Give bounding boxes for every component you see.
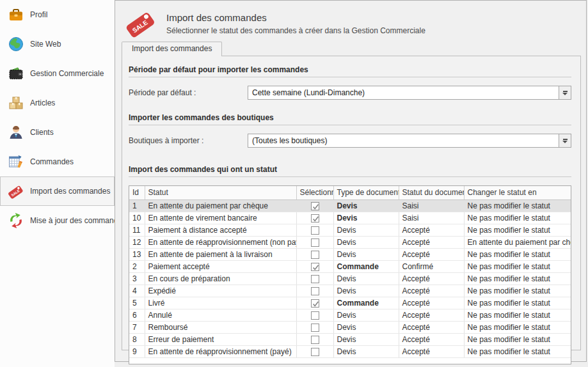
table-row[interactable]: 3En cours de préparationDevisAcceptéNe p… — [129, 272, 571, 285]
cell-changer-le-statut-en: Ne pas modifier le statut — [464, 345, 571, 357]
wallet-icon — [8, 65, 24, 82]
shops-label: Boutiques à importer : — [129, 136, 248, 145]
sidebar-item-site-web[interactable]: Site Web — [0, 29, 115, 59]
row-checkbox[interactable] — [311, 287, 319, 295]
cell-id: 4 — [129, 285, 145, 297]
row-checkbox[interactable] — [311, 263, 319, 271]
section-title-period: Période par défaut pour importer les com… — [129, 65, 571, 77]
cell-selectionne — [296, 285, 333, 297]
cell-statut: En attente de réapprovisionnement (payé) — [145, 345, 296, 357]
cell-statut: Paiement accepté — [145, 260, 296, 272]
globe-icon — [8, 36, 24, 52]
sidebar-item-articles[interactable]: Articles — [0, 88, 115, 118]
cell-selectionne — [296, 272, 333, 285]
cell-changer-le-statut-en: Ne pas modifier le statut — [464, 285, 571, 297]
cell-statut-du-document: Accepté — [399, 236, 464, 248]
row-checkbox[interactable] — [311, 202, 319, 210]
row-checkbox[interactable] — [311, 251, 319, 259]
cell-statut: Paiement à distance accepté — [145, 224, 296, 236]
cell-changer-le-statut-en: Ne pas modifier le statut — [464, 224, 571, 236]
sidebar: ProfilSite WebGestion CommercialeArticle… — [0, 0, 115, 367]
cell-type-de-document: Devis — [333, 321, 399, 333]
column-header-changer-le-statut-en[interactable]: Changer le statut en — [464, 186, 571, 199]
cell-statut: Annulé — [145, 309, 296, 321]
table-row[interactable]: 8Erreur de paiementDevisAcceptéNe pas mo… — [129, 333, 571, 345]
cell-selectionne — [296, 321, 333, 333]
page-title: Import des commandes — [166, 8, 425, 23]
cell-changer-le-statut-en: En attente du paiement par chèque — [464, 236, 571, 248]
cell-id: 13 — [129, 248, 145, 260]
table-row[interactable]: 5LivréCommandeAcceptéNe pas modifier le … — [129, 297, 571, 309]
table-row[interactable]: 11Paiement à distance acceptéDevisAccept… — [129, 224, 571, 236]
table-row[interactable]: 7RembourséDevisAcceptéNe pas modifier le… — [129, 321, 571, 333]
sidebar-item-mise-a-jour-des-commandes[interactable]: Mise à jour des commandes — [0, 206, 115, 235]
cell-statut: En attente de réapprovisionnement (non p… — [145, 236, 296, 248]
main-panel: SALE Import des commandes Sélectionner l… — [115, 0, 587, 362]
sale-tag-icon: SALE — [125, 8, 157, 40]
chevron-down-icon[interactable] — [559, 86, 571, 99]
sidebar-item-gestion-commerciale[interactable]: Gestion Commerciale — [0, 59, 115, 88]
row-checkbox[interactable] — [311, 275, 319, 283]
cell-selectionne — [296, 297, 333, 309]
cell-statut-du-document: Saisi — [399, 212, 464, 224]
row-checkbox[interactable] — [311, 324, 319, 332]
table-row[interactable]: 13En attente de paiement à la livraisonD… — [129, 248, 571, 260]
table-row[interactable]: 6AnnuléDevisAcceptéNe pas modifier le st… — [129, 309, 571, 321]
cell-id: 1 — [129, 199, 145, 212]
row-checkbox[interactable] — [311, 311, 319, 320]
row-checkbox[interactable] — [311, 214, 319, 223]
sidebar-item-label: Clients — [30, 128, 54, 137]
cell-selectionne — [296, 333, 333, 345]
column-header-selectionne[interactable]: Sélectionné — [296, 186, 333, 199]
cell-selectionne — [296, 236, 333, 248]
sidebar-item-profil[interactable]: Profil — [0, 0, 115, 29]
period-dropdown[interactable]: Cette semaine (Lundi-Dimanche) — [248, 86, 571, 100]
cell-changer-le-statut-en: Ne pas modifier le statut — [464, 248, 571, 260]
table-row[interactable]: 1En attente du paiement par chèqueDevisS… — [129, 199, 571, 212]
cell-statut-du-document: Accepté — [399, 309, 464, 321]
table-row[interactable]: 10En attente de virement bancaireDevisSa… — [129, 212, 571, 224]
cell-selectionne — [296, 345, 333, 357]
cell-type-de-document: Devis — [333, 236, 399, 248]
sidebar-item-commandes[interactable]: Commandes — [0, 147, 115, 176]
column-header-statut[interactable]: Statut — [145, 186, 296, 199]
column-header-statut-du-document[interactable]: Statut du document — [399, 186, 464, 199]
column-header-id[interactable]: Id — [129, 186, 145, 199]
row-checkbox[interactable] — [311, 299, 319, 308]
row-checkbox[interactable] — [311, 336, 319, 344]
cell-selectionne — [296, 224, 333, 236]
cell-statut-du-document: Accepté — [399, 321, 464, 333]
cell-statut: En attente du paiement par chèque — [145, 199, 296, 212]
client-icon — [8, 124, 24, 141]
row-checkbox[interactable] — [311, 348, 319, 356]
sidebar-item-import-des-commandes[interactable]: SALEImport des commandes — [0, 176, 115, 206]
tab-content: Période par défaut pour importer les com… — [122, 56, 581, 350]
cell-type-de-document: Devis — [333, 333, 399, 345]
column-header-type-de-document[interactable]: Type de document — [333, 186, 399, 199]
shops-dropdown[interactable]: (Toutes les boutiques) — [248, 134, 571, 148]
table-row[interactable]: 12En attente de réapprovisionnement (non… — [129, 236, 571, 248]
period-label: Période par défaut : — [129, 88, 248, 97]
cell-type-de-document: Devis — [333, 248, 399, 260]
table-row[interactable]: 4ExpédiéDevisAcceptéNe pas modifier le s… — [129, 285, 571, 297]
cell-id: 6 — [129, 309, 145, 321]
cell-type-de-document: Devis — [333, 272, 399, 285]
table-row[interactable]: 2Paiement acceptéCommandeConfirméNe pas … — [129, 260, 571, 272]
cell-id: 12 — [129, 236, 145, 248]
tab-import-des-commandes[interactable]: Import des commandes — [122, 42, 222, 56]
cell-statut-du-document: Accepté — [399, 345, 464, 357]
cell-selectionne — [296, 309, 333, 321]
cell-selectionne — [296, 199, 333, 212]
cell-id: 7 — [129, 321, 145, 333]
cell-selectionne — [296, 212, 333, 224]
cell-statut: Expédié — [145, 285, 296, 297]
table-row[interactable]: 9En attente de réapprovisionnement (payé… — [129, 345, 571, 357]
cell-statut: Livré — [145, 297, 296, 309]
sidebar-item-clients[interactable]: Clients — [0, 118, 115, 147]
row-checkbox[interactable] — [311, 238, 319, 247]
chevron-down-icon[interactable] — [559, 134, 571, 147]
sidebar-item-label: Commandes — [30, 157, 74, 166]
row-checkbox[interactable] — [311, 226, 319, 235]
cell-type-de-document: Devis — [333, 224, 399, 236]
cell-type-de-document: Devis — [333, 285, 399, 297]
